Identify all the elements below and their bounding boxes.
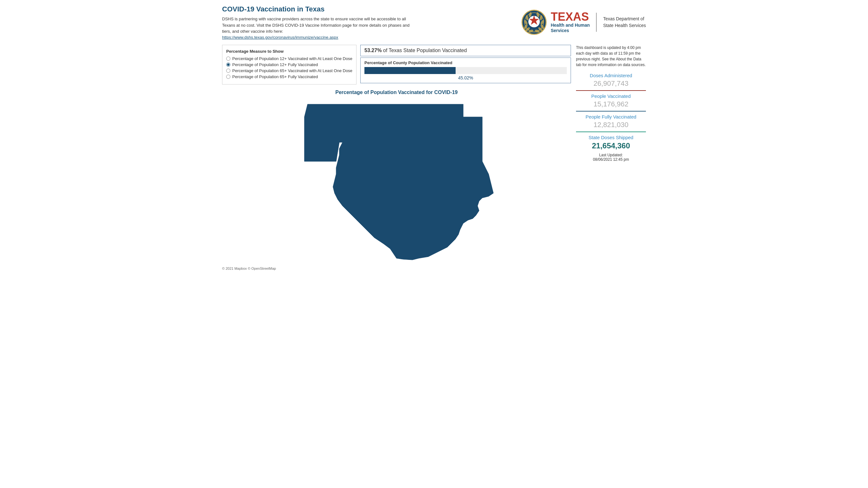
stat-value-fully-vacc: 12,821,030 xyxy=(576,121,646,129)
measure-label-3: Percentage of Population 65+ Vaccinated … xyxy=(232,68,352,73)
vaccination-stats: 53.27% of Texas State Population Vaccina… xyxy=(360,45,571,83)
header-left: COVID-19 Vaccination in Texas DSHS is pa… xyxy=(222,5,413,40)
state-vacc-label: of Texas State Population Vaccinated xyxy=(383,48,467,53)
last-updated: Last Updated: 08/06/2021 12:45 pm xyxy=(576,153,646,162)
map-svg-area xyxy=(285,98,508,264)
stat-label-vacc: People Vaccinated xyxy=(576,93,646,99)
stat-people-fully-vaccinated: People Fully Vaccinated 12,821,030 xyxy=(576,114,646,129)
right-panel: This dashboard is updated by 4:00 pm eac… xyxy=(576,45,646,270)
main-content: Percentage Measure to Show Percentage of… xyxy=(222,45,646,270)
stat-value-doses: 26,907,743 xyxy=(576,80,646,88)
map-copyright: © 2021 Mapbox © OpenStreetMap xyxy=(222,267,571,270)
measure-radio-4[interactable] xyxy=(226,75,230,79)
map-container: Percentage of Population Vaccinated for … xyxy=(222,90,571,270)
dshs-line1: Texas Department of xyxy=(603,16,646,22)
county-bar-inner xyxy=(365,67,456,74)
measure-selector-box: Percentage Measure to Show Percentage of… xyxy=(222,45,356,85)
measure-label-2: Percentage of Population 12+ Fully Vacci… xyxy=(232,62,318,67)
last-updated-label: Last Updated: xyxy=(599,153,623,157)
stat-label-shipped: State Doses Shipped xyxy=(576,135,646,140)
stat-value-vacc: 15,176,962 xyxy=(576,100,646,108)
county-bar-outer xyxy=(365,67,567,74)
last-updated-value: 08/06/2021 12:45 pm xyxy=(593,157,629,162)
header-right: TEXAS TEXAS Health and Human Services Te… xyxy=(521,9,646,35)
measure-label-1: Percentage of Population 12+ Vaccinated … xyxy=(232,56,352,61)
dshs-line2: State Health Services xyxy=(603,22,646,29)
svg-text:TEXAS: TEXAS xyxy=(531,31,537,33)
svg-marker-17 xyxy=(333,104,493,260)
state-vacc-percent: 53.27% xyxy=(365,48,381,53)
measure-title: Percentage Measure to Show xyxy=(226,49,352,54)
header-link[interactable]: https://www.dshs.texas.gov/coronavirus/i… xyxy=(222,35,338,40)
measure-option-4[interactable]: Percentage of Population 65+ Fully Vacci… xyxy=(226,74,352,79)
left-panel: Percentage Measure to Show Percentage of… xyxy=(222,45,571,270)
page-title: COVID-19 Vaccination in Texas xyxy=(222,5,413,13)
header-description: DSHS is partnering with vaccine provider… xyxy=(222,16,413,35)
hhs-line2: Services xyxy=(551,28,590,33)
stat-doses-administered: Doses Administered 26,907,743 xyxy=(576,73,646,88)
map-title: Percentage of Population Vaccinated for … xyxy=(222,90,571,95)
page-wrapper: COVID-19 Vaccination in Texas DSHS is pa… xyxy=(217,0,651,275)
texas-word: TEXAS xyxy=(551,11,590,23)
hhs-line1: Health and Human xyxy=(551,23,590,28)
stat-state-doses-shipped: State Doses Shipped 21,654,360 xyxy=(576,135,646,150)
measure-option-1[interactable]: Percentage of Population 12+ Vaccinated … xyxy=(226,56,352,61)
county-vacc-label: Percentage of County Population Vaccinat… xyxy=(365,60,567,65)
measure-option-2[interactable]: Percentage of Population 12+ Fully Vacci… xyxy=(226,62,352,67)
logo-divider xyxy=(596,13,597,32)
stat-value-shipped: 21,654,360 xyxy=(576,142,646,150)
stat-label-fully-vacc: People Fully Vaccinated xyxy=(576,114,646,119)
county-vacc-box: Percentage of County Population Vaccinat… xyxy=(360,58,571,83)
logo-texas-text: TEXAS Health and Human Services xyxy=(551,11,590,33)
dashboard-note: This dashboard is updated by 4:00 pm eac… xyxy=(576,45,646,68)
state-vacc-percent-box: 53.27% of Texas State Population Vaccina… xyxy=(360,45,571,56)
stat-label-doses: Doses Administered xyxy=(576,73,646,78)
divider-red xyxy=(576,90,646,91)
measure-label-4: Percentage of Population 65+ Fully Vacci… xyxy=(232,74,318,79)
dshs-text: Texas Department of State Health Service… xyxy=(603,16,646,29)
county-bar-label: 45.02% xyxy=(365,75,567,81)
divider-blue xyxy=(576,111,646,112)
measure-radio-3[interactable] xyxy=(226,69,230,73)
logo-container: TEXAS TEXAS Health and Human Services Te… xyxy=(521,9,646,35)
stat-people-vaccinated: People Vaccinated 15,176,962 xyxy=(576,93,646,108)
measure-option-3[interactable]: Percentage of Population 65+ Vaccinated … xyxy=(226,68,352,73)
texas-map-svg xyxy=(285,98,508,263)
texas-seal-icon: TEXAS xyxy=(521,9,547,35)
measure-radio-1[interactable] xyxy=(226,57,230,61)
divider-teal xyxy=(576,131,646,132)
header: COVID-19 Vaccination in Texas DSHS is pa… xyxy=(222,5,646,40)
measure-radio-2[interactable] xyxy=(226,63,230,67)
